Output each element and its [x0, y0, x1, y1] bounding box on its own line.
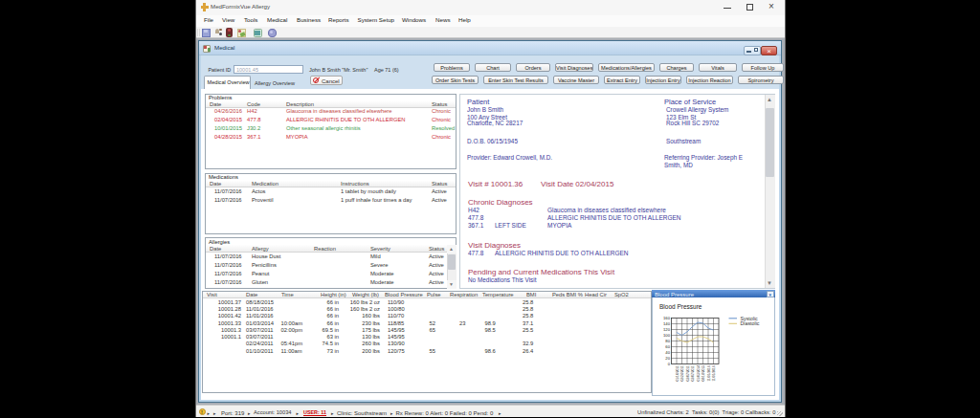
svg-text:100: 100 — [663, 333, 671, 338]
svg-text:11/01/2016: 11/01/2016 — [712, 365, 716, 381]
svg-text:11/01/2016: 11/01/2016 — [707, 365, 711, 381]
svg-text:60: 60 — [665, 344, 670, 349]
svg-text:01/03/2014: 01/03/2014 — [697, 365, 701, 382]
svg-text:20: 20 — [665, 356, 670, 361]
svg-text:40: 40 — [665, 350, 670, 355]
svg-text:02/24/2011: 02/24/2011 — [680, 365, 684, 381]
svg-text:01/10/2011: 01/10/2011 — [676, 365, 679, 381]
svg-text:03/07/2011: 03/07/2011 — [691, 365, 695, 381]
svg-text:0: 0 — [668, 362, 671, 366]
svg-text:03/07/2011: 03/07/2011 — [686, 365, 690, 381]
svg-text:140: 140 — [663, 321, 671, 326]
svg-text:120: 120 — [663, 327, 671, 332]
svg-text:160: 160 — [663, 316, 671, 320]
svg-text:08/18/2015: 08/18/2015 — [702, 365, 705, 382]
svg-text:Diastolic: Diastolic — [741, 320, 760, 326]
svg-text:80: 80 — [665, 339, 670, 343]
